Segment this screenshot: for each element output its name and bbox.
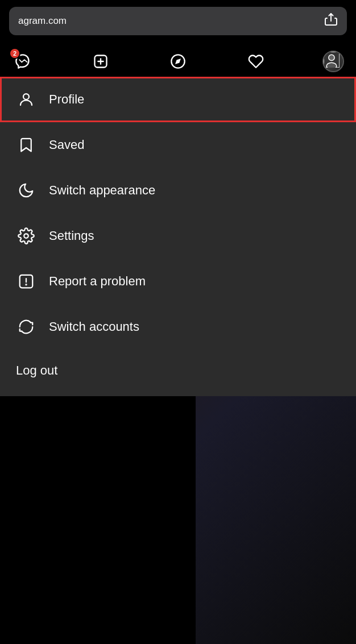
menu-item-report[interactable]: Report a problem xyxy=(0,259,356,304)
menu-item-report-label: Report a problem xyxy=(49,274,146,289)
switch-icon xyxy=(16,317,36,337)
menu-item-settings-label: Settings xyxy=(49,228,94,243)
avatar xyxy=(322,51,344,72)
menu-item-profile-label: Profile xyxy=(49,92,84,107)
svg-point-7 xyxy=(329,55,334,60)
svg-point-13 xyxy=(26,284,26,285)
bookmark-icon xyxy=(16,135,36,155)
messenger-icon-button[interactable]: 2 xyxy=(9,48,36,75)
svg-point-9 xyxy=(23,94,29,99)
menu-item-switch-label: Switch accounts xyxy=(49,319,139,334)
menu-item-logout[interactable]: Log out xyxy=(0,350,356,396)
menu-item-saved[interactable]: Saved xyxy=(0,122,356,168)
explore-icon-button[interactable] xyxy=(164,48,192,75)
message-badge: 2 xyxy=(9,48,20,59)
menu-item-switch-appearance[interactable]: Switch appearance xyxy=(0,168,356,213)
activity-icon-button[interactable] xyxy=(242,48,270,75)
menu-item-profile[interactable]: Profile xyxy=(0,77,356,122)
dropdown-menu: Profile Saved Switch appearance Settings xyxy=(0,77,356,396)
svg-point-8 xyxy=(326,63,337,68)
moon-icon xyxy=(16,180,36,201)
profile-avatar-button[interactable] xyxy=(320,48,347,75)
create-icon-button[interactable] xyxy=(87,48,114,75)
menu-item-saved-label: Saved xyxy=(49,138,84,152)
svg-marker-5 xyxy=(175,59,181,64)
person-icon xyxy=(16,89,36,110)
menu-item-logout-label: Log out xyxy=(16,363,57,378)
svg-point-10 xyxy=(24,234,28,238)
address-bar: agram.com xyxy=(9,7,347,35)
share-icon[interactable] xyxy=(324,13,338,30)
address-text: agram.com xyxy=(18,15,67,27)
settings-icon xyxy=(16,226,36,246)
menu-item-switch-accounts[interactable]: Switch accounts xyxy=(0,304,356,350)
report-icon xyxy=(16,271,36,292)
menu-item-settings[interactable]: Settings xyxy=(0,213,356,259)
menu-item-appearance-label: Switch appearance xyxy=(49,183,155,198)
